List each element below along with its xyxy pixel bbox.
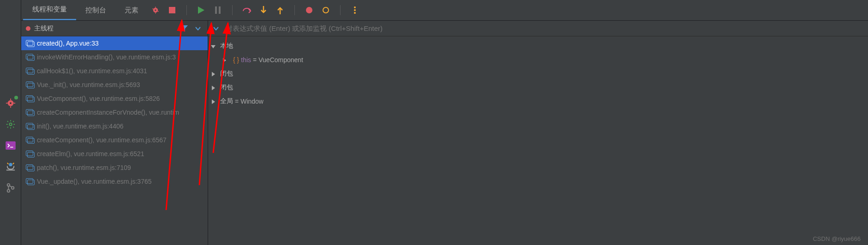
evaluate-expression-input[interactable] <box>226 24 865 32</box>
frame-item[interactable]: createComponent(), vue.runtime.esm.js:65… <box>21 133 208 147</box>
frame-item[interactable]: Vue._update(), vue.runtime.esm.js:3765 <box>21 175 208 188</box>
frame-item[interactable]: init(), vue.runtime.esm.js:4406 <box>21 119 208 133</box>
resume-icon[interactable] <box>196 5 206 15</box>
frame-item[interactable]: VueComponent(), vue.runtime.esm.js:5826 <box>21 92 208 105</box>
svg-line-19 <box>152 9 153 9</box>
stack-frame-icon <box>26 54 33 60</box>
thread-chevron-icon[interactable] <box>193 23 203 34</box>
step-over-icon[interactable] <box>242 5 252 15</box>
left-tool-rail <box>0 0 21 245</box>
rerun-debug-icon[interactable] <box>150 5 161 15</box>
frames-panel: 主线程 created(), App.vue:33 invokeWithErro… <box>21 21 208 245</box>
svg-marker-35 <box>212 72 215 76</box>
breakpoint-filled-icon[interactable] <box>304 5 314 15</box>
frame-item[interactable]: patch(), vue.runtime.esm.js:7109 <box>21 161 208 175</box>
stack-frame-icon <box>26 151 33 157</box>
stack-frame-icon <box>26 123 33 129</box>
chevron-right-icon <box>211 98 217 105</box>
chevron-down-icon <box>211 43 217 49</box>
svg-line-10 <box>7 163 8 164</box>
thread-status-icon <box>26 26 30 31</box>
debug-toolbar: 线程和变量 控制台 元素 <box>21 0 868 21</box>
svg-marker-22 <box>198 6 204 14</box>
svg-rect-23 <box>215 6 217 14</box>
scope-closure[interactable]: 闭包 <box>208 81 868 94</box>
frame-item[interactable]: created(), App.vue:33 <box>21 36 208 50</box>
svg-line-11 <box>12 163 14 164</box>
svg-point-31 <box>354 12 356 14</box>
frame-item[interactable]: Vue._init(), vue.runtime.esm.js:5693 <box>21 78 208 92</box>
thread-name: 主线程 <box>34 24 54 33</box>
tab-console[interactable]: 控制台 <box>76 0 115 20</box>
svg-marker-34 <box>223 58 226 63</box>
stack-frame-icon <box>26 109 33 116</box>
svg-rect-21 <box>169 7 175 13</box>
svg-point-1 <box>10 102 12 104</box>
scope-local[interactable]: 本地 <box>208 39 868 53</box>
svg-rect-7 <box>6 141 16 150</box>
debugger-icon[interactable] <box>4 97 17 110</box>
frame-item[interactable]: createElm(), vue.runtime.esm.js:6521 <box>21 147 208 161</box>
variables-panel: 本地 { } this = VueComponent 闭包 闭包 <box>208 21 868 245</box>
svg-point-16 <box>155 10 156 11</box>
tab-elements[interactable]: 元素 <box>115 0 148 20</box>
svg-point-8 <box>9 163 12 166</box>
filter-icon[interactable] <box>179 23 189 34</box>
svg-marker-37 <box>212 99 215 104</box>
frame-item[interactable]: invokeWithErrorHandling(), vue.runtime.e… <box>21 50 208 64</box>
svg-point-27 <box>306 7 312 13</box>
svg-point-13 <box>7 190 10 192</box>
frames-list: created(), App.vue:33 invokeWithErrorHan… <box>21 36 208 245</box>
svg-line-20 <box>158 11 159 12</box>
chevron-right-icon <box>211 70 217 77</box>
frame-item[interactable]: callHook$1(), vue.runtime.esm.js:4031 <box>21 64 208 78</box>
breakpoint-outline-icon[interactable] <box>321 5 331 15</box>
settings-icon[interactable] <box>4 118 17 131</box>
terminal-icon[interactable] <box>4 139 17 152</box>
step-into-icon[interactable] <box>258 5 269 15</box>
stack-frame-icon <box>26 178 33 185</box>
svg-point-30 <box>354 9 356 11</box>
svg-marker-33 <box>211 45 216 48</box>
svg-rect-24 <box>219 6 221 14</box>
stack-frame-icon <box>26 164 33 171</box>
watermark: CSDN @riyue666 <box>813 235 861 242</box>
svg-point-29 <box>354 6 356 8</box>
stack-frame-icon <box>26 40 33 47</box>
svg-marker-32 <box>180 25 188 32</box>
var-this[interactable]: { } this = VueComponent <box>208 53 868 67</box>
braces-icon: { } <box>233 56 239 64</box>
svg-point-28 <box>323 7 329 13</box>
git-icon[interactable] <box>4 181 17 194</box>
chevron-right-icon <box>222 57 228 63</box>
alert-icon[interactable] <box>4 160 17 173</box>
frame-item[interactable]: createComponentInstanceForVnode(), vue.r… <box>21 105 208 119</box>
stack-frame-icon <box>26 137 33 143</box>
step-out-icon[interactable] <box>275 5 285 15</box>
more-icon[interactable] <box>350 5 360 15</box>
scope-closure[interactable]: 闭包 <box>208 67 868 81</box>
expand-all-icon[interactable] <box>211 23 221 34</box>
svg-marker-36 <box>212 86 215 90</box>
thread-header[interactable]: 主线程 <box>21 21 208 36</box>
tab-threads-vars[interactable]: 线程和变量 <box>23 0 76 20</box>
pause-icon[interactable] <box>213 5 223 15</box>
scope-global[interactable]: 全局 = Window <box>208 94 868 108</box>
stop-icon[interactable] <box>167 5 177 15</box>
stack-frame-icon <box>26 82 33 88</box>
stack-frame-icon <box>26 68 33 74</box>
chevron-right-icon <box>211 84 217 91</box>
stack-frame-icon <box>26 95 33 102</box>
svg-point-6 <box>9 123 12 126</box>
